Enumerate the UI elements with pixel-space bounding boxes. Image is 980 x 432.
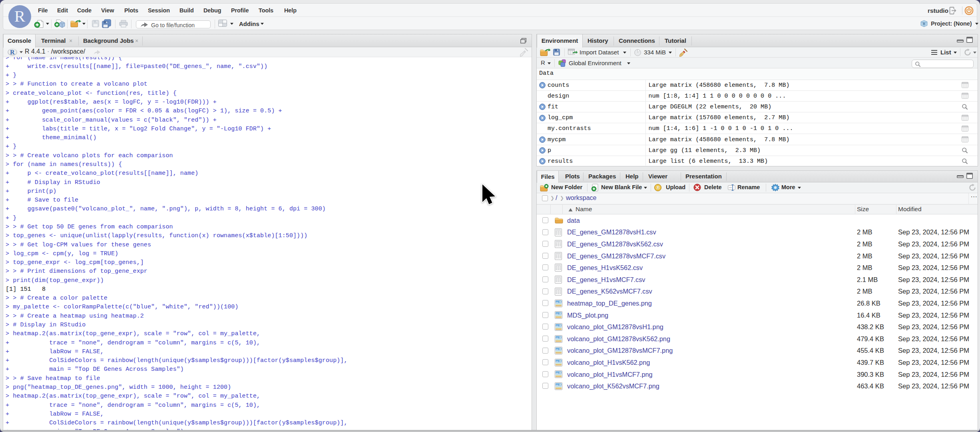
svg-text:R: R: [10, 49, 15, 56]
svg-text:R: R: [923, 22, 926, 26]
